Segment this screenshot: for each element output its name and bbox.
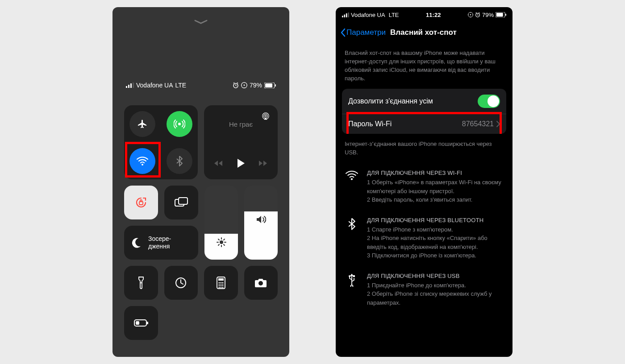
svg-rect-46 (353, 275, 355, 277)
usb-instructions: ДЛЯ ПІДКЛЮЧЕННЯ ЧЕРЕЗ USB 1 Приєднайте i… (336, 266, 512, 314)
battery-icon (264, 83, 276, 88)
chevron-right-icon (496, 121, 500, 127)
svg-rect-36 (344, 14, 345, 17)
timer-icon (175, 277, 187, 289)
low-power-button[interactable] (124, 306, 158, 340)
battery-percent: 79% (482, 12, 494, 18)
alarm-icon (475, 12, 480, 17)
battery-icon (134, 319, 148, 327)
volume-slider[interactable] (244, 186, 278, 260)
bluetooth-icon (345, 217, 359, 260)
back-button[interactable]: Параметри (340, 28, 386, 37)
carrier-label: Vodafone UA (351, 12, 385, 18)
usb-icon (345, 273, 359, 307)
usb-header: ДЛЯ ПІДКЛЮЧЕННЯ ЧЕРЕЗ USB (367, 273, 504, 279)
camera-button[interactable] (244, 266, 278, 300)
rewind-icon[interactable] (214, 160, 223, 166)
svg-point-9 (178, 123, 181, 125)
svg-rect-35 (342, 16, 343, 17)
svg-rect-42 (496, 13, 503, 17)
svg-rect-7 (265, 83, 272, 87)
svg-rect-0 (126, 86, 127, 88)
svg-point-23 (220, 282, 221, 284)
allow-others-toggle[interactable] (478, 95, 500, 108)
timer-button[interactable] (164, 266, 198, 300)
back-label: Параметри (346, 28, 386, 37)
wifi-instructions: ДЛЯ ПІДКЛЮЧЕННЯ ЧЕРЕЗ WI-FI 1 Оберіть «i… (336, 163, 512, 211)
wifi-icon (345, 170, 359, 204)
wifi-icon (137, 157, 148, 165)
usb-step2: 2 Оберіть iPhone зі списку мережевих слу… (367, 290, 504, 307)
brightness-slider[interactable] (204, 186, 238, 260)
svg-point-13 (265, 115, 267, 117)
battery-icon (496, 12, 506, 17)
status-bar: Vodafone UA LTE 11:22 79% (336, 7, 512, 22)
allow-others-row[interactable]: Дозволити з'єднання усім (342, 89, 506, 114)
wifi-step2: 2 Введіть пароль, коли з'явиться запит. (367, 195, 504, 204)
play-icon[interactable] (238, 159, 245, 168)
wifi-password-value: 87654321 (462, 120, 494, 128)
orientation-lock-icon (134, 196, 148, 209)
wifi-toggle[interactable] (129, 148, 155, 174)
svg-rect-3 (133, 83, 134, 88)
svg-rect-34 (136, 321, 139, 325)
wifi-password-row[interactable]: Пароль Wi-Fi 87654321 (342, 114, 506, 134)
network-label: LTE (389, 12, 399, 18)
signal-icon (126, 83, 134, 88)
svg-rect-2 (130, 83, 132, 88)
svg-point-27 (222, 285, 223, 286)
svg-point-31 (258, 281, 263, 285)
svg-rect-38 (348, 12, 349, 17)
battery-percent: 79% (250, 82, 262, 89)
airplane-icon (137, 119, 148, 129)
svg-rect-16 (179, 198, 188, 204)
bluetooth-toggle[interactable] (167, 148, 192, 174)
now-playing-label: Не грає (204, 120, 278, 128)
camera-icon (254, 278, 267, 288)
flashlight-button[interactable] (124, 266, 158, 300)
svg-point-25 (218, 285, 220, 286)
focus-toggle[interactable]: Зосере- дження (124, 226, 198, 260)
alarm-icon (233, 82, 239, 88)
svg-point-30 (222, 287, 223, 288)
wifi-header: ДЛЯ ПІДКЛЮЧЕННЯ ЧЕРЕЗ WI-FI (367, 170, 504, 176)
bt-step3: 3 Підключитися до iPhone із комп'ютера. (367, 251, 504, 260)
hotspot-description: Власний хот-спот на вашому iPhone може н… (336, 43, 512, 89)
svg-rect-1 (128, 85, 129, 88)
calculator-icon (217, 277, 225, 289)
calculator-button[interactable] (204, 266, 238, 300)
connectivity-panel[interactable] (124, 105, 198, 179)
location-icon (241, 82, 247, 88)
svg-rect-14 (139, 202, 143, 205)
svg-point-12 (264, 114, 268, 118)
bt-step1: 1 Спарте iPhone з комп'ютером. (367, 225, 504, 234)
moon-icon (130, 237, 142, 248)
volume-icon (256, 215, 266, 224)
control-center-screenshot: Vodafone UA LTE 79% (112, 7, 289, 357)
svg-point-5 (244, 85, 245, 86)
bt-step2: 2 На iPhone натисніть кнопку «Спарити» а… (367, 234, 504, 251)
orientation-lock-toggle[interactable] (124, 186, 158, 219)
svg-point-45 (349, 275, 350, 277)
now-playing-panel[interactable]: Не грає (204, 105, 278, 179)
wifi-step1: 1 Оберіть «iPhone» в параметрах Wi-Fi на… (367, 178, 504, 195)
screen-mirroring-button[interactable] (164, 186, 198, 219)
page-title: Власний хот-спот (390, 28, 457, 37)
svg-point-24 (222, 282, 223, 284)
settings-list: Дозволити з'єднання усім Пароль Wi-Fi 87… (342, 89, 506, 134)
clock: 11:22 (426, 12, 441, 18)
svg-point-10 (142, 164, 143, 165)
svg-point-22 (218, 282, 220, 284)
svg-rect-8 (275, 84, 276, 87)
airplay-icon[interactable] (262, 112, 270, 120)
chevron-down-icon (194, 20, 208, 24)
svg-rect-33 (147, 322, 148, 324)
allow-others-label: Дозволити з'єднання усім (348, 97, 433, 105)
forward-icon[interactable] (259, 160, 268, 166)
airplane-toggle[interactable] (129, 111, 155, 137)
wifi-password-label: Пароль Wi-Fi (348, 120, 392, 128)
cellular-toggle[interactable] (167, 111, 192, 137)
location-icon (468, 12, 473, 17)
svg-point-17 (220, 240, 223, 244)
svg-point-44 (351, 178, 353, 180)
